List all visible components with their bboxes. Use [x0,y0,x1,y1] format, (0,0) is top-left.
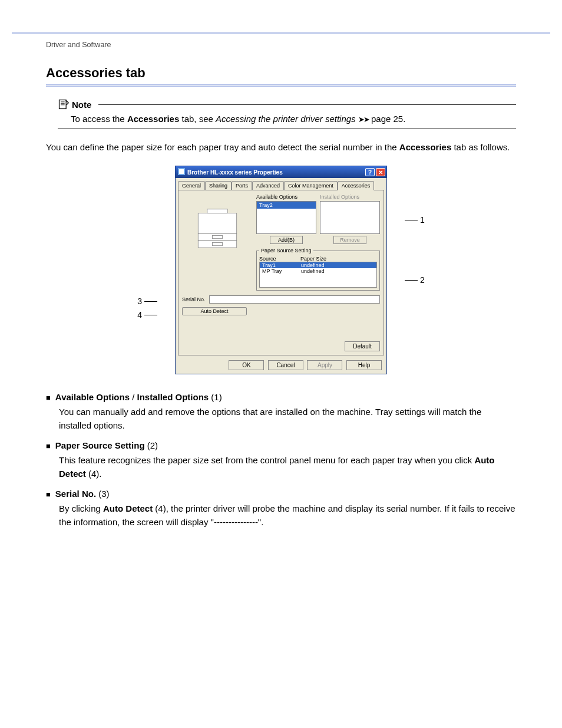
callout-4: 4 [135,310,157,319]
callout-1: 1 [405,215,427,225]
note-rule [98,104,516,105]
tab-general[interactable]: General [178,181,205,190]
bullet-icon: ■ [46,490,51,499]
ok-button[interactable]: OK [229,360,264,370]
item-body: By clicking Auto Detect (4), the printer… [59,502,516,529]
serial-input[interactable] [209,295,380,304]
svg-rect-5 [179,169,184,174]
tab-color[interactable]: Color Management [284,181,338,190]
bullet-icon: ■ [46,393,51,402]
item-body: This feature recognizes the paper size s… [59,454,516,480]
help-button[interactable]: Help [346,360,382,370]
note-label: Note [72,100,91,110]
bullet-icon: ■ [46,442,51,450]
heading-rule [46,84,516,87]
add-button[interactable]: Add(B) [270,236,303,244]
note-icon [58,98,70,110]
note-body: To access the Accessories tab, see Acces… [58,110,516,129]
list-item[interactable]: Tray2 [257,202,316,209]
pss-legend: Paper Source Setting [259,248,313,253]
default-button[interactable]: Default [345,341,380,351]
apply-button: Apply [307,360,342,370]
svg-rect-11 [212,243,222,246]
properties-dialog: Brother HL-xxxx series Properties ? ✕ Ge… [175,166,387,374]
tab-ports[interactable]: Ports [232,181,252,190]
pss-col-size: Paper Size [300,256,326,262]
svg-rect-9 [207,209,227,213]
close-icon[interactable]: ✕ [376,168,385,176]
note-block: Note To access the Accessories tab, see … [58,98,516,129]
page-title: Accessories tab [46,65,516,81]
tab-sharing[interactable]: Sharing [205,181,232,190]
arrows-icon: ➤➤ [358,115,369,124]
pss-table[interactable]: Tray1 undefined MP Tray undefined [259,262,377,288]
description-list: ■ Available Options / Installed Options … [46,392,516,529]
window-title: Brother HL-xxxx series Properties [187,169,283,176]
table-row[interactable]: Tray1 undefined [260,262,376,268]
intro-text: You can define the paper size for each p… [46,141,516,154]
tabstrip: General Sharing Ports Advanced Color Man… [176,178,386,190]
callout-3: 3 [135,297,157,306]
app-icon [178,168,185,176]
item-title: Paper Source Setting (2) [55,440,158,450]
tab-accessories[interactable]: Accessories [338,181,375,190]
paper-source-setting: Paper Source Setting Source Paper Size T… [256,248,380,291]
installed-options-list[interactable] [320,201,380,234]
svg-rect-10 [212,235,222,238]
tab-panel: Available Options Tray2 Add(B) Installed… [178,190,384,355]
help-icon[interactable]: ? [365,168,375,176]
auto-detect-button[interactable]: Auto Detect [182,307,247,315]
item-body: You can manually add and remove the opti… [59,406,516,432]
svg-rect-6 [198,213,236,233]
printer-illustration [182,194,253,259]
serial-label: Serial No. [182,297,206,302]
installed-options-label: Installed Options [320,194,380,200]
remove-button: Remove [333,236,366,244]
cancel-button[interactable]: Cancel [268,360,303,370]
item-title: Serial No. (3) [55,489,110,499]
table-row[interactable]: MP Tray undefined [260,268,376,274]
callout-2: 2 [405,275,427,285]
tab-advanced[interactable]: Advanced [252,181,284,190]
dialog-footer: OK Cancel Apply Help [176,358,386,374]
pss-col-source: Source [259,256,300,262]
available-options-list[interactable]: Tray2 [256,201,316,234]
titlebar[interactable]: Brother HL-xxxx series Properties ? ✕ [176,166,386,178]
available-options-label: Available Options [256,194,316,200]
breadcrumb: Driver and Software [46,34,516,65]
svg-rect-0 [59,100,67,109]
item-title: Available Options / Installed Options (1… [55,392,222,402]
